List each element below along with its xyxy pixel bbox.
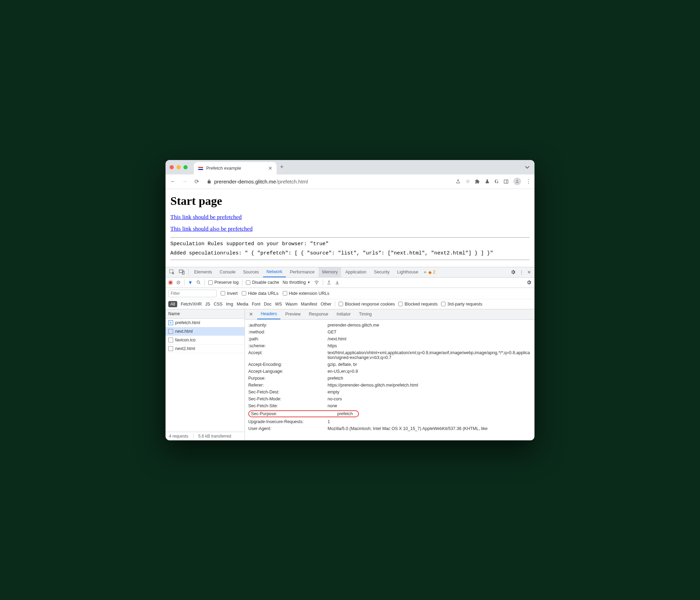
tab-application[interactable]: Application: [342, 267, 370, 277]
prefetch-link-1[interactable]: This link should be prefetched: [170, 214, 530, 221]
network-settings-icon[interactable]: [526, 280, 532, 285]
svg-rect-3: [504, 180, 508, 183]
request-name: favicon.ico: [175, 338, 196, 342]
side-panel-icon[interactable]: [503, 179, 509, 184]
filter-input[interactable]: [168, 290, 217, 297]
new-tab-button[interactable]: +: [280, 163, 284, 171]
browser-tab[interactable]: Prefetch example ✕: [194, 162, 277, 174]
filter-font[interactable]: Font: [252, 302, 260, 307]
filter-js[interactable]: JS: [205, 302, 210, 307]
header-value: none: [328, 403, 534, 408]
prefetch-link-2[interactable]: This link should also be prefetched: [170, 226, 530, 232]
tab-memory[interactable]: Memory: [319, 267, 341, 277]
inspect-icon[interactable]: [168, 269, 177, 275]
upload-har-icon[interactable]: [327, 280, 331, 285]
download-har-icon[interactable]: [335, 280, 340, 285]
header-key: Sec-Purpose:: [251, 411, 330, 416]
tab-security[interactable]: Security: [371, 267, 393, 277]
hide-extension-urls-checkbox[interactable]: Hide extension URLs: [283, 291, 329, 296]
header-key: Sec-Fetch-Mode:: [248, 397, 328, 401]
share-icon[interactable]: [456, 179, 461, 184]
detail-tab-headers[interactable]: Headers: [257, 309, 280, 319]
maximize-window-button[interactable]: [183, 165, 188, 169]
filter-manifest[interactable]: Manifest: [301, 302, 317, 307]
tab-lighthouse[interactable]: Lighthouse: [394, 267, 422, 277]
filter-wasm[interactable]: Wasm: [286, 302, 298, 307]
tab-console[interactable]: Console: [216, 267, 239, 277]
clear-button[interactable]: ⊘: [176, 279, 181, 286]
menu-icon[interactable]: ⋮: [526, 178, 531, 184]
request-row[interactable]: next.html: [166, 327, 244, 336]
close-devtools-icon[interactable]: ✕: [526, 270, 532, 275]
tab-sources[interactable]: Sources: [240, 267, 262, 277]
extensions-icon[interactable]: [475, 179, 480, 184]
search-icon[interactable]: [196, 280, 201, 285]
address-bar[interactable]: prerender-demos.glitch.me/prefetch.html: [204, 179, 452, 184]
filter-img[interactable]: Img: [226, 302, 233, 307]
device-toggle-icon[interactable]: [177, 269, 186, 275]
header-row: Sec-Fetch-Site:none: [248, 402, 534, 409]
svg-point-5: [517, 180, 518, 181]
transferred-size: 5.6 kB transferred: [193, 434, 231, 439]
profile-avatar[interactable]: [513, 178, 521, 185]
file-icon: ≡: [168, 320, 173, 325]
tab-performance[interactable]: Performance: [287, 267, 318, 277]
filter-fetch-xhr[interactable]: Fetch/XHR: [181, 302, 202, 307]
close-detail-icon[interactable]: ✕: [246, 311, 256, 317]
filter-ws[interactable]: WS: [275, 302, 282, 307]
filter-media[interactable]: Media: [237, 302, 248, 307]
detail-tab-initiator[interactable]: Initiator: [333, 309, 354, 319]
filter-other[interactable]: Other: [321, 302, 331, 307]
blocked-cookies-checkbox[interactable]: Blocked response cookies: [339, 302, 395, 307]
preserve-log-checkbox[interactable]: Preserve log: [208, 280, 239, 285]
name-column-header[interactable]: Name: [166, 309, 244, 319]
tab-strip: Prefetch example ✕ +: [166, 160, 534, 174]
tabs-dropdown-icon[interactable]: [525, 165, 530, 170]
header-value: prerender-demos.glitch.me: [328, 323, 534, 328]
devtools-menu-icon[interactable]: ⋮: [518, 270, 525, 275]
request-row[interactable]: favicon.ico: [166, 336, 244, 344]
throttling-select[interactable]: No throttling ▼: [283, 280, 310, 285]
tab-network[interactable]: Network: [263, 267, 286, 277]
record-button[interactable]: [168, 280, 173, 285]
detail-tab-preview[interactable]: Preview: [282, 309, 304, 319]
filter-css[interactable]: CSS: [214, 302, 223, 307]
third-party-checkbox[interactable]: 3rd-party requests: [441, 302, 482, 307]
reload-button[interactable]: ⟳: [192, 178, 201, 185]
disable-cache-checkbox[interactable]: Disable cache: [246, 280, 279, 285]
tab-elements[interactable]: Elements: [191, 267, 216, 277]
filter-doc[interactable]: Doc: [264, 302, 271, 307]
network-status-bar: 4 requests 5.6 kB transferred: [166, 432, 244, 440]
detail-tab-timing[interactable]: Timing: [356, 309, 375, 319]
header-key: :scheme:: [248, 343, 328, 348]
labs-icon[interactable]: [485, 179, 490, 184]
issues-badge[interactable]: ◆ 2: [428, 270, 436, 275]
star-icon[interactable]: ☆: [466, 178, 470, 184]
request-name: prefetch.html: [175, 320, 200, 325]
back-button[interactable]: ←: [169, 178, 177, 184]
hide-data-urls-checkbox[interactable]: Hide data URLs: [242, 291, 278, 296]
network-conditions-icon[interactable]: [314, 280, 319, 285]
forward-button[interactable]: →: [181, 178, 189, 184]
filter-all[interactable]: All: [168, 301, 177, 307]
minimize-window-button[interactable]: [177, 165, 181, 169]
request-row[interactable]: next2.html: [166, 344, 244, 353]
detail-tab-response[interactable]: Response: [306, 309, 332, 319]
google-icon[interactable]: G: [494, 179, 499, 184]
invert-checkbox[interactable]: Invert: [221, 291, 238, 296]
close-tab-icon[interactable]: ✕: [268, 166, 272, 171]
filter-icon[interactable]: ▼: [188, 280, 193, 285]
network-toolbar: ⊘ ▼ Preserve log Disable cache No thrott…: [166, 278, 534, 288]
resource-type-filter: All Fetch/XHR JS CSS Img Media Font Doc …: [166, 299, 534, 309]
devtools-tabs: Elements Console Sources Network Perform…: [166, 267, 534, 278]
blocked-requests-checkbox[interactable]: Blocked requests: [398, 302, 438, 307]
header-row: Referer:https://prerender-demos.glitch.m…: [248, 382, 534, 389]
header-key: :authority:: [248, 323, 328, 328]
header-row: Upgrade-Insecure-Requests:1: [248, 418, 534, 425]
close-window-button[interactable]: [170, 165, 174, 169]
request-row[interactable]: ≡prefetch.html: [166, 319, 244, 327]
header-value: https: [328, 343, 534, 348]
detail-tabs: ✕ Headers Preview Response Initiator Tim…: [245, 309, 534, 320]
more-tabs-icon[interactable]: »: [422, 270, 428, 274]
settings-icon[interactable]: [509, 269, 517, 275]
